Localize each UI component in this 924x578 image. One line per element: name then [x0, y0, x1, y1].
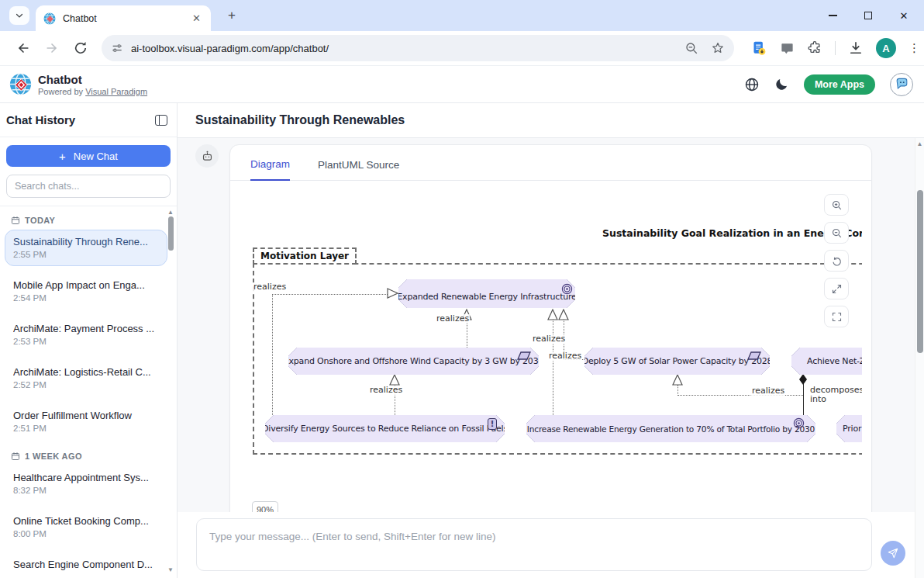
- diagram-viewport[interactable]: Sustainability Goal Realization in an En…: [240, 182, 862, 514]
- composer-bar: [178, 512, 924, 578]
- zoom-indicator-icon[interactable]: [684, 41, 698, 55]
- browser-menu-button[interactable]: ⋮: [908, 41, 920, 55]
- chat-item-title: ArchiMate: Payment Process ...: [13, 323, 159, 334]
- node-label: Deploy 5 GW of Solar Power Capacity by 2…: [584, 348, 770, 375]
- bookmark-star-icon[interactable]: [711, 41, 725, 55]
- docs-extension-icon[interactable]: [751, 40, 767, 57]
- chat-item[interactable]: Order Fulfillment Workflow 2:51 PM: [5, 403, 167, 440]
- expand-button[interactable]: [824, 278, 849, 299]
- diagram-node: Deploy 5 GW of Solar Power Capacity by 2…: [584, 348, 770, 375]
- new-chat-button[interactable]: + New Chat: [6, 145, 171, 167]
- reset-view-button[interactable]: [824, 250, 849, 272]
- more-apps-button[interactable]: More Apps: [804, 74, 875, 95]
- message-input[interactable]: [196, 518, 872, 571]
- downloads-button[interactable]: [848, 40, 864, 56]
- tab-title: Chatbot: [63, 13, 190, 24]
- diagram-node: Diversify Energy Sources to Reduce Relia…: [265, 415, 505, 442]
- browser-tab[interactable]: Chatbot ✕: [36, 5, 211, 31]
- sidebar-scroll-up-icon[interactable]: ▲: [167, 209, 174, 216]
- chat-bubble-icon: [895, 77, 909, 92]
- visual-paradigm-favicon: [43, 12, 56, 25]
- back-button[interactable]: [16, 40, 31, 56]
- zoom-in-button[interactable]: [824, 194, 849, 216]
- edge-label: realizes: [751, 386, 785, 396]
- connector-line: [272, 294, 388, 295]
- outcome-icon: [517, 351, 531, 360]
- send-plane-icon: [887, 547, 899, 559]
- page-title: Sustainability Through Renewables: [195, 113, 405, 127]
- section-header-today: TODAY: [11, 216, 167, 225]
- outcome-icon: [747, 351, 761, 360]
- expand-icon: [831, 283, 843, 295]
- diagram-title: Sustainability Goal Realization in an En…: [602, 227, 862, 239]
- card-tabs: Diagram PlantUML Source: [230, 145, 871, 181]
- chat-item[interactable]: Search Engine Component D...: [5, 552, 167, 578]
- minimize-icon: [829, 15, 837, 16]
- chat-item-time: 2:53 PM: [13, 337, 159, 346]
- zoom-out-icon: [831, 227, 843, 239]
- chat-item-title: Sustainability Through Rene...: [13, 236, 159, 247]
- chat-item[interactable]: Mobile App Impact on Enga... 2:54 PM: [5, 273, 167, 310]
- diagram-node: Increase Renewable Energy Generation to …: [526, 415, 815, 442]
- edge-label: realizes: [532, 334, 566, 344]
- chat-list: TODAY Sustainability Through Rene... 2:5…: [0, 206, 177, 578]
- dark-mode-moon-button[interactable]: [774, 77, 789, 92]
- chevron-down-icon: [15, 11, 24, 20]
- language-globe-button[interactable]: [744, 77, 760, 92]
- edge-label: decomposes into: [809, 386, 862, 404]
- collapse-sidebar-icon[interactable]: [155, 115, 167, 126]
- chat-item-selected[interactable]: Sustainability Through Rene... 2:55 PM: [5, 230, 167, 266]
- url-text[interactable]: ai-toolbox.visual-paradigm.com/app/chatb…: [131, 43, 684, 54]
- realization-arrowhead: [387, 288, 398, 299]
- reload-button[interactable]: [73, 40, 88, 56]
- new-tab-button[interactable]: +: [222, 8, 242, 23]
- scroll-up-icon[interactable]: ▲: [915, 140, 924, 147]
- page-scrollbar[interactable]: ▲: [915, 138, 924, 578]
- reset-icon: [831, 255, 843, 267]
- send-button[interactable]: [881, 541, 905, 566]
- tab-plantuml-source[interactable]: PlantUML Source: [318, 159, 399, 180]
- sidebar-scroll-down-icon[interactable]: ▼: [167, 566, 174, 573]
- sidebar-scrollbar-thumb[interactable]: [168, 216, 174, 251]
- main-panel: Sustainability Through Renewables Diagra…: [178, 103, 924, 578]
- fullscreen-button[interactable]: [824, 306, 849, 327]
- forward-button[interactable]: [44, 40, 60, 56]
- browser-toolbar: ai-toolbox.visual-paradigm.com/app/chatb…: [0, 31, 924, 66]
- zoom-out-button[interactable]: [824, 222, 849, 244]
- principle-icon: !: [488, 418, 497, 430]
- node-label: Expand Onshore and Offshore Wind Capacit…: [288, 348, 539, 375]
- chat-item[interactable]: ArchiMate: Payment Process ... 2:53 PM: [5, 317, 167, 353]
- search-chats-input[interactable]: [6, 175, 171, 198]
- section-label: 1 WEEK AGO: [25, 452, 82, 461]
- tab-diagram[interactable]: Diagram: [250, 158, 290, 181]
- window-close-button[interactable]: ✕: [898, 9, 910, 22]
- app-header: Chatbot Powered by Visual Paradigm More …: [0, 66, 924, 103]
- chat-item-time: 8:00 PM: [13, 529, 159, 538]
- zoom-in-icon: [831, 199, 843, 211]
- section-label: TODAY: [25, 216, 55, 225]
- chat-history-sidebar: Chat History + New Chat TODAY Sustainabi…: [0, 103, 178, 578]
- realization-arrowhead: [558, 309, 569, 320]
- chat-item[interactable]: ArchiMate: Logistics-Retail C... 2:52 PM: [5, 360, 167, 396]
- window-maximize-button[interactable]: [862, 9, 874, 22]
- goal-icon: [561, 283, 573, 295]
- address-bar[interactable]: ai-toolbox.visual-paradigm.com/app/chatb…: [102, 35, 734, 61]
- window-minimize-button[interactable]: [826, 9, 839, 22]
- fullscreen-icon: [831, 311, 843, 323]
- profile-avatar[interactable]: A: [876, 38, 896, 58]
- diagram-node: Expand Onshore and Offshore Wind Capacit…: [288, 348, 539, 375]
- sidebar-title: Chat History: [6, 113, 75, 126]
- chat-item[interactable]: Online Ticket Booking Comp... 8:00 PM: [5, 509, 167, 545]
- tab-search-button[interactable]: [9, 6, 29, 25]
- extensions-puzzle-icon[interactable]: [807, 40, 822, 56]
- composition-diamond: [798, 374, 808, 385]
- page-scrollbar-thumb[interactable]: [917, 190, 923, 353]
- visual-paradigm-link[interactable]: Visual Paradigm: [85, 87, 147, 96]
- chat-item[interactable]: Healthcare Appointment Sys... 8:32 PM: [5, 466, 167, 502]
- chat-item-title: ArchiMate: Logistics-Retail C...: [13, 366, 159, 378]
- chatbot-logo-button[interactable]: [890, 73, 913, 96]
- site-info-icon[interactable]: [111, 42, 123, 54]
- comment-extension-icon[interactable]: [780, 41, 795, 56]
- tab-close-icon[interactable]: ✕: [190, 12, 203, 24]
- node-label: Diversify Energy Sources to Reduce Relia…: [265, 415, 505, 442]
